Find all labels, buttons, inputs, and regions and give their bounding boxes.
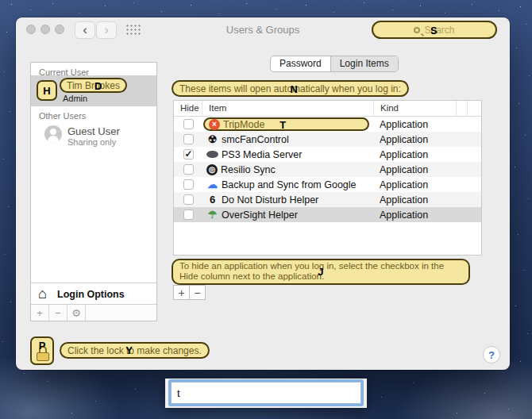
remove-login-item-button[interactable]: − — [189, 285, 206, 300]
user-list-sidebar: Current User H Tim Brookes D Admin Other… — [30, 62, 157, 321]
table-row[interactable]: ☢ smcFanControl Application — [174, 132, 481, 147]
column-header-spare — [457, 101, 468, 116]
hide-checkbox[interactable] — [183, 134, 194, 144]
item-pill: ☢ smcFanControl — [202, 133, 369, 146]
sidebar-item-current-user[interactable]: H Tim Brookes D Admin — [31, 75, 156, 106]
lock-hint-text: Click the lock to make changes. Y — [60, 342, 210, 359]
item-name: Do Not Disturb Helper — [222, 194, 318, 206]
hide-checkbox[interactable] — [183, 164, 194, 175]
current-user-name: Tim Brookes D — [60, 78, 127, 93]
hide-checkbox[interactable] — [183, 149, 194, 160]
ps3-media-server-icon — [206, 151, 218, 158]
table-row[interactable]: PS3 Media Server Application — [174, 147, 481, 162]
add-login-item-button[interactable]: + — [173, 285, 190, 300]
item-pill: × TripMode T — [203, 117, 369, 131]
remove-user-button[interactable]: − — [49, 305, 67, 321]
login-options-label: Login Options — [57, 289, 125, 300]
hide-checkbox[interactable] — [183, 179, 194, 190]
home-icon: ⌂ — [38, 286, 47, 302]
item-name: PS3 Media Server — [222, 149, 302, 160]
backup-and-sync-icon: ☁ — [206, 179, 218, 190]
tripmode-icon: × — [209, 119, 220, 130]
shortcut-badge-heading: N — [290, 84, 297, 94]
shortcut-query-panel — [165, 379, 367, 408]
search-input[interactable]: Search S — [372, 21, 497, 39]
item-name: TripMode — [223, 119, 264, 130]
item-pill: ☁ Backup and Sync from Google — [202, 178, 369, 191]
shortcut-badge-note: J — [318, 267, 323, 277]
item-name: smcFanControl — [222, 134, 289, 145]
item-pill: PS3 Media Server — [202, 148, 369, 161]
item-name: Backup and Sync from Google — [222, 179, 357, 190]
sidebar-toolbar: + − ⚙ — [31, 304, 156, 321]
item-name: Resilio Sync — [221, 164, 276, 175]
guest-user-role: Sharing only — [67, 137, 116, 147]
guest-user-avatar — [44, 125, 62, 143]
item-kind: Application — [374, 119, 457, 130]
item-kind: Application — [374, 134, 457, 145]
column-header-item[interactable]: Item — [202, 101, 374, 116]
add-user-button[interactable]: + — [31, 305, 49, 321]
user-avatar[interactable]: H — [37, 80, 57, 101]
current-user-role: Admin — [63, 94, 87, 103]
oversight-helper-icon: ☂ — [206, 210, 218, 221]
column-header-spare-2 — [468, 101, 481, 116]
sidebar-item-login-options[interactable]: ⌂ Login Options — [31, 283, 156, 306]
wallpaper-stars — [0, 0, 1, 1]
hide-checkbox[interactable] — [183, 210, 194, 220]
shortcut-badge-user-name: D — [94, 81, 102, 91]
other-users-header: Other Users — [39, 111, 86, 121]
shortcut-badge-lock-text: Y — [125, 345, 133, 356]
tab-bar: Password Login Items — [270, 56, 399, 72]
search-placeholder: Search — [424, 25, 454, 36]
item-kind: Application — [374, 149, 457, 160]
sidebar-item-guest-user[interactable]: Guest User — [67, 125, 120, 137]
item-kind: Application — [374, 210, 457, 221]
login-items-table-body: × TripMode T Application ☢ smcFanControl… — [174, 117, 481, 222]
help-button[interactable]: ? — [483, 346, 500, 363]
shortcut-badge-avatar: H — [43, 86, 50, 96]
user-actions-gear-icon[interactable]: ⚙ — [67, 305, 86, 321]
shortcut-query-input[interactable] — [171, 382, 361, 404]
item-name: OverSight Helper — [222, 210, 298, 221]
item-pill: ☂ OverSight Helper — [202, 208, 369, 221]
do-not-disturb-helper-icon: 6 — [206, 194, 218, 206]
row-shortcut-badge: T — [279, 120, 286, 130]
hide-checkbox[interactable] — [183, 194, 194, 205]
login-items-list-buttons: + − — [173, 285, 206, 300]
shortcut-badge-lock: P — [39, 340, 46, 351]
users-groups-window: ‹ › Users & Groups Search S Current User… — [16, 17, 510, 370]
tab-login-items[interactable]: Login Items — [330, 56, 398, 71]
item-pill: 6 Do Not Disturb Helper — [202, 193, 369, 206]
item-kind: Application — [374, 164, 457, 175]
hide-note: To hide an application when you log in, … — [172, 259, 470, 285]
hide-checkbox[interactable] — [183, 119, 194, 129]
column-header-kind[interactable]: Kind — [374, 101, 457, 116]
login-items-heading: These items will open automatically when… — [172, 80, 409, 97]
resilio-sync-icon: ◎ — [206, 164, 218, 175]
item-pill: ◎ Resilio Sync — [202, 163, 369, 176]
table-row[interactable]: × TripMode T Application — [174, 117, 481, 132]
table-row[interactable]: ☂ OverSight Helper Application — [174, 207, 481, 222]
table-row[interactable]: 6 Do Not Disturb Helper Application — [174, 192, 481, 207]
login-items-table: Hide Item Kind × TripMode T Application — [173, 100, 482, 256]
smcfancontrol-icon: ☢ — [206, 134, 218, 145]
lock-button[interactable]: P — [30, 336, 54, 365]
search-icon — [414, 27, 420, 33]
tab-password[interactable]: Password — [271, 56, 330, 71]
table-row[interactable]: ◎ Resilio Sync Application — [174, 162, 481, 177]
titlebar: ‹ › Users & Groups Search S — [16, 17, 510, 41]
table-header: Hide Item Kind — [174, 101, 481, 117]
item-kind: Application — [374, 194, 457, 206]
shortcut-badge-search: S — [430, 25, 438, 36]
table-row[interactable]: ☁ Backup and Sync from Google Applicatio… — [174, 177, 481, 192]
item-kind: Application — [374, 179, 457, 190]
column-header-hide[interactable]: Hide — [174, 101, 202, 116]
